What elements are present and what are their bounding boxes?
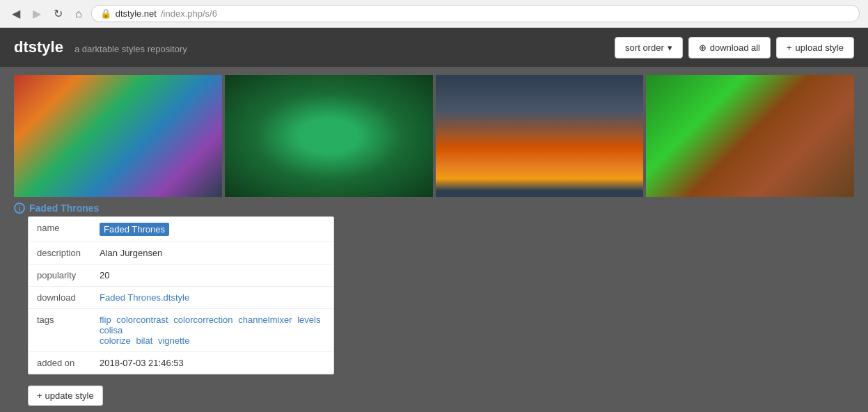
detail-popularity-value: 20 bbox=[91, 264, 333, 287]
detail-tags-value-cell: flip colorcontrast colorcorrection chann… bbox=[91, 309, 333, 352]
detail-description-label: description bbox=[29, 242, 91, 264]
detail-added-on-label: added on bbox=[29, 352, 91, 374]
forward-button[interactable]: ▶ bbox=[29, 6, 45, 22]
site-title: dtstyle bbox=[14, 38, 63, 56]
tag-colorize[interactable]: colorize bbox=[100, 335, 134, 346]
plus-icon: + bbox=[787, 42, 792, 53]
tag-colorcorrection[interactable]: colorcorrection bbox=[173, 315, 235, 325]
trucks-image bbox=[14, 75, 222, 197]
update-style-button[interactable]: + update style bbox=[28, 386, 103, 406]
detail-description-value: Alan Jurgensen bbox=[91, 242, 333, 264]
style-name-link[interactable]: Faded Thrones bbox=[29, 203, 99, 214]
url-bar[interactable]: 🔒 dtstyle.net/index.php/s/6 bbox=[91, 5, 860, 22]
plus-update-icon: + bbox=[37, 390, 42, 401]
download-all-label: download all bbox=[710, 42, 760, 53]
image-trucks[interactable] bbox=[14, 75, 222, 197]
image-frog[interactable] bbox=[225, 75, 433, 197]
sort-order-label: sort order bbox=[625, 42, 664, 53]
tag-vignette[interactable]: vignette bbox=[158, 335, 193, 346]
main-content: i Faded Thrones name Faded Thrones descr… bbox=[0, 67, 868, 412]
detail-download-value-cell: Faded Thrones.dtstyle bbox=[91, 287, 333, 309]
detail-tags-label: tags bbox=[29, 309, 91, 352]
upload-style-label: upload style bbox=[796, 42, 844, 53]
home-button[interactable]: ⌂ bbox=[72, 6, 86, 22]
tag-levels[interactable]: levels bbox=[297, 315, 323, 325]
image-sunset[interactable] bbox=[436, 75, 644, 197]
header-left: dtstyle a darktable styles repository bbox=[14, 38, 187, 56]
url-path: /index.php/s/6 bbox=[161, 8, 217, 19]
url-domain: dtstyle.net bbox=[116, 8, 157, 19]
detail-row-description: description Alan Jurgensen bbox=[29, 242, 333, 264]
detail-name-label: name bbox=[29, 217, 91, 242]
image-child[interactable] bbox=[646, 75, 854, 197]
tag-channelmixer[interactable]: channelmixer bbox=[238, 315, 294, 325]
detail-download-link[interactable]: Faded Thrones.dtstyle bbox=[100, 292, 189, 303]
detail-download-label: download bbox=[29, 287, 91, 309]
detail-row-download: download Faded Thrones.dtstyle bbox=[29, 287, 333, 309]
update-style-label: update style bbox=[45, 390, 94, 401]
detail-popularity-label: popularity bbox=[29, 264, 91, 287]
detail-added-on-value: 2018-07-03 21:46:53 bbox=[91, 352, 333, 374]
frog-image bbox=[225, 75, 433, 197]
sunset-image bbox=[436, 75, 644, 197]
detail-row-name: name Faded Thrones bbox=[29, 217, 333, 242]
browser-chrome: ◀ ▶ ↻ ⌂ 🔒 dtstyle.net/index.php/s/6 bbox=[0, 0, 868, 28]
style-title-row: i Faded Thrones bbox=[14, 203, 854, 214]
detail-name-value: Faded Thrones bbox=[100, 223, 169, 236]
site-subtitle: a darktable styles repository bbox=[74, 44, 187, 54]
tag-colorcontrast[interactable]: colorcontrast bbox=[116, 315, 171, 325]
detail-row-added-on: added on 2018-07-03 21:46:53 bbox=[29, 352, 333, 374]
reload-button[interactable]: ↻ bbox=[50, 6, 66, 22]
upload-style-button[interactable]: + upload style bbox=[776, 37, 854, 58]
info-icon[interactable]: i bbox=[14, 203, 25, 214]
tag-colisa[interactable]: colisa bbox=[100, 325, 125, 335]
download-all-button[interactable]: ⊕ download all bbox=[688, 37, 771, 58]
child-image bbox=[646, 75, 854, 197]
download-circle-icon: ⊕ bbox=[699, 42, 707, 53]
style-entry-faded-thrones: i Faded Thrones name Faded Thrones descr… bbox=[14, 203, 854, 374]
tag-flip[interactable]: flip bbox=[100, 315, 114, 325]
lock-icon: 🔒 bbox=[100, 8, 111, 19]
detail-name-value-cell: Faded Thrones bbox=[91, 217, 333, 242]
detail-row-tags: tags flip colorcontrast colorcorrection … bbox=[29, 309, 333, 352]
site-header: dtstyle a darktable styles repository so… bbox=[0, 28, 868, 67]
detail-row-popularity: popularity 20 bbox=[29, 264, 333, 287]
detail-table: name Faded Thrones description Alan Jurg… bbox=[29, 217, 333, 374]
sort-order-button[interactable]: sort order ▾ bbox=[615, 37, 683, 58]
back-button[interactable]: ◀ bbox=[8, 6, 24, 22]
chevron-down-icon: ▾ bbox=[668, 42, 672, 53]
style-detail-popup: name Faded Thrones description Alan Jurg… bbox=[28, 216, 334, 374]
header-actions: sort order ▾ ⊕ download all + upload sty… bbox=[615, 37, 854, 58]
tag-bilat[interactable]: bilat bbox=[136, 335, 155, 346]
image-row-top bbox=[14, 75, 854, 197]
